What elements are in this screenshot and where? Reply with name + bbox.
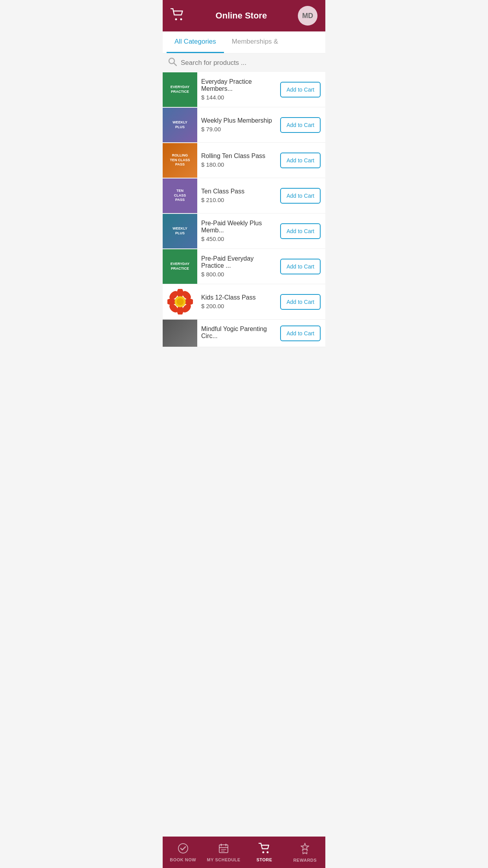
list-item: ROLLING TEN CLASS PASS Rolling Ten Class… <box>163 143 325 178</box>
product-info: Rolling Ten Class Pass $ 180.00 <box>197 148 280 173</box>
cart-icon[interactable] <box>171 8 185 24</box>
svg-line-3 <box>174 63 177 66</box>
list-item: EVERYDAY PRACTICE Pre-Paid Everyday Prac… <box>163 249 325 284</box>
tab-all-categories[interactable]: All Categories <box>167 31 224 53</box>
app-header: Online Store MD <box>163 0 325 31</box>
list-item: TEN CLASS PASS Ten Class Pass $ 210.00 A… <box>163 178 325 213</box>
search-input[interactable] <box>181 59 320 67</box>
product-thumbnail: EVERYDAY PRACTICE <box>163 249 197 284</box>
product-thumbnail: ROLLING TEN CLASS PASS <box>163 143 197 178</box>
add-to-cart-button[interactable]: Add to Cart <box>280 326 321 341</box>
product-name: Everyday Practice Members... <box>201 78 276 92</box>
product-name: Ten Class Pass <box>201 188 276 195</box>
product-name: Mindful Yogic Parenting Circ... <box>201 326 276 340</box>
product-price: $ 800.00 <box>201 271 276 278</box>
product-info: Pre-Paid Weekly Plus Memb... $ 450.00 <box>197 215 280 247</box>
list-item: WEEKLY PLUS Weekly Plus Membership $ 79.… <box>163 107 325 143</box>
product-info: Everyday Practice Members... $ 144.00 <box>197 74 280 105</box>
add-to-cart-button[interactable]: Add to Cart <box>280 82 321 97</box>
add-to-cart-button[interactable]: Add to Cart <box>280 188 321 204</box>
list-item: Kids 12-Class Pass $ 200.00 Add to Cart <box>163 284 325 320</box>
product-price: $ 144.00 <box>201 94 276 101</box>
product-price: $ 180.00 <box>201 161 276 168</box>
add-to-cart-button[interactable]: Add to Cart <box>280 117 321 133</box>
product-info: Mindful Yogic Parenting Circ... <box>197 321 280 346</box>
product-info: Ten Class Pass $ 210.00 <box>197 183 280 208</box>
product-price: $ 200.00 <box>201 303 276 309</box>
product-thumbnail: TEN CLASS PASS <box>163 178 197 213</box>
product-info: Kids 12-Class Pass $ 200.00 <box>197 289 280 314</box>
add-to-cart-button[interactable]: Add to Cart <box>280 294 321 310</box>
svg-point-1 <box>180 18 182 20</box>
page-title: Online Store <box>216 11 267 21</box>
list-item: Mindful Yogic Parenting Circ... Add to C… <box>163 320 325 347</box>
product-info: Weekly Plus Membership $ 79.00 <box>197 112 280 137</box>
product-thumbnail: EVERYDAY PRACTICE <box>163 72 197 107</box>
product-name: Kids 12-Class Pass <box>201 294 276 301</box>
add-to-cart-button[interactable]: Add to Cart <box>280 153 321 168</box>
svg-point-0 <box>175 18 177 20</box>
add-to-cart-button[interactable]: Add to Cart <box>280 223 321 239</box>
product-price: $ 79.00 <box>201 126 276 132</box>
svg-point-13 <box>176 298 183 305</box>
tab-memberships[interactable]: Memberships & <box>224 31 286 53</box>
avatar[interactable]: MD <box>298 6 317 26</box>
product-thumbnail <box>163 320 197 347</box>
list-item: WEEKLY PLUS Pre-Paid Weekly Plus Memb...… <box>163 213 325 249</box>
list-item: EVERYDAY PRACTICE Everyday Practice Memb… <box>163 72 325 107</box>
product-price: $ 450.00 <box>201 235 276 242</box>
product-info: Pre-Paid Everyday Practice ... $ 800.00 <box>197 250 280 282</box>
product-list: EVERYDAY PRACTICE Everyday Practice Memb… <box>163 72 325 347</box>
search-bar <box>163 53 325 72</box>
product-name: Rolling Ten Class Pass <box>201 153 276 160</box>
product-name: Pre-Paid Everyday Practice ... <box>201 255 276 269</box>
tabs-bar: All Categories Memberships & <box>163 31 325 53</box>
product-thumbnail <box>163 285 197 319</box>
product-name: Weekly Plus Membership <box>201 117 276 124</box>
search-icon <box>168 57 177 68</box>
product-thumbnail: WEEKLY PLUS <box>163 108 197 142</box>
add-to-cart-button[interactable]: Add to Cart <box>280 259 321 274</box>
product-price: $ 210.00 <box>201 197 276 203</box>
product-name: Pre-Paid Weekly Plus Memb... <box>201 220 276 234</box>
product-thumbnail: WEEKLY PLUS <box>163 214 197 248</box>
